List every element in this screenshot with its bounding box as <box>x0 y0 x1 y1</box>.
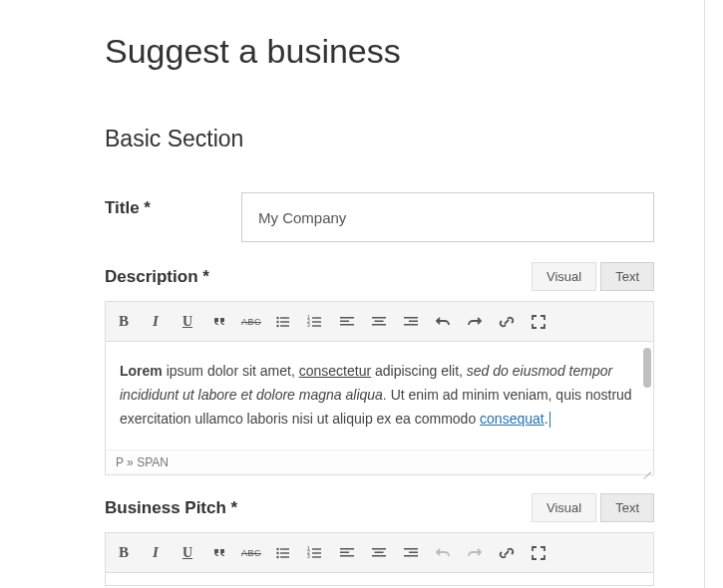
link-icon <box>499 314 515 330</box>
blockquote-button[interactable] <box>209 543 229 563</box>
svg-rect-41 <box>404 555 418 557</box>
unordered-list-button[interactable] <box>273 543 293 563</box>
tab-visual-pitch[interactable]: Visual <box>532 493 596 522</box>
tab-visual[interactable]: Visual <box>532 262 596 291</box>
link-button[interactable] <box>497 312 517 332</box>
align-left-button[interactable] <box>337 543 357 563</box>
redo-button[interactable] <box>465 543 485 563</box>
svg-rect-34 <box>340 551 349 553</box>
underline-button[interactable]: U <box>178 543 197 563</box>
pitch-editor-toolbar: B I U ABC 123 <box>106 533 653 573</box>
svg-rect-39 <box>404 548 418 550</box>
text-cursor <box>549 412 550 428</box>
quote-icon <box>211 314 227 330</box>
align-right-icon <box>403 545 419 561</box>
link-icon <box>499 545 515 561</box>
align-left-button[interactable] <box>337 312 357 332</box>
pitch-label: Business Pitch * <box>105 498 237 518</box>
svg-point-0 <box>276 316 278 318</box>
fullscreen-icon <box>531 545 546 561</box>
editor-content[interactable]: Lorem ipsum dolor sit amet, consectetur … <box>106 342 653 449</box>
align-left-icon <box>339 545 355 561</box>
title-input[interactable] <box>241 192 654 242</box>
align-right-icon <box>403 314 419 330</box>
undo-icon <box>435 314 451 330</box>
fullscreen-icon <box>531 314 546 330</box>
svg-text:3: 3 <box>307 553 310 559</box>
blockquote-button[interactable] <box>209 312 229 332</box>
align-center-icon <box>371 314 387 330</box>
svg-rect-32 <box>312 556 321 557</box>
list-ul-icon <box>275 545 291 561</box>
redo-button[interactable] <box>465 312 485 332</box>
text-plain: adipiscing elit, <box>371 363 467 379</box>
svg-rect-18 <box>404 317 418 319</box>
svg-rect-24 <box>280 552 289 553</box>
svg-rect-17 <box>372 324 386 326</box>
text-plain: . <box>544 411 548 427</box>
italic-button[interactable]: I <box>146 543 166 563</box>
align-right-button[interactable] <box>401 312 421 332</box>
align-center-icon <box>371 545 387 561</box>
svg-rect-35 <box>340 555 354 557</box>
text-bold: Lorem <box>120 363 163 379</box>
svg-rect-40 <box>409 551 418 553</box>
align-center-button[interactable] <box>369 543 389 563</box>
ordered-list-button[interactable]: 123 <box>305 312 325 332</box>
field-title: Title * <box>105 192 654 242</box>
page-title: Suggest a business <box>105 32 654 71</box>
resize-handle[interactable] <box>641 462 651 472</box>
description-editor: B I U ABC 123 <box>105 301 654 475</box>
svg-rect-3 <box>280 321 289 322</box>
svg-rect-22 <box>280 548 289 549</box>
unordered-list-button[interactable] <box>273 312 293 332</box>
align-center-button[interactable] <box>369 312 389 332</box>
fullscreen-button[interactable] <box>529 543 548 563</box>
element-path: P » SPAN <box>116 455 169 469</box>
editor-scrollbar[interactable] <box>643 348 651 388</box>
svg-point-2 <box>276 320 278 322</box>
svg-text:3: 3 <box>307 322 310 328</box>
list-ul-icon <box>275 314 291 330</box>
svg-rect-20 <box>404 324 418 326</box>
redo-icon <box>467 545 483 561</box>
list-ol-icon: 123 <box>307 545 323 561</box>
strikethrough-button[interactable]: ABC <box>241 543 261 563</box>
tab-text-pitch[interactable]: Text <box>600 493 654 522</box>
editor-tabs: Visual Text <box>532 262 654 291</box>
align-left-icon <box>339 314 355 330</box>
bold-button[interactable]: B <box>114 312 134 332</box>
underline-button[interactable]: U <box>178 312 197 332</box>
align-right-button[interactable] <box>401 543 421 563</box>
svg-rect-19 <box>409 320 418 322</box>
svg-point-21 <box>276 547 278 549</box>
strikethrough-button[interactable]: ABC <box>241 312 261 332</box>
undo-button[interactable] <box>433 312 453 332</box>
undo-icon <box>435 545 451 561</box>
ordered-list-button[interactable]: 123 <box>305 543 325 563</box>
svg-point-25 <box>276 555 278 557</box>
svg-rect-30 <box>312 552 321 553</box>
text-link[interactable]: consequat <box>480 411 544 427</box>
text-plain: ipsum dolor sit amet, <box>163 363 299 379</box>
fullscreen-button[interactable] <box>529 312 548 332</box>
svg-rect-13 <box>340 320 349 322</box>
svg-rect-37 <box>375 551 384 553</box>
svg-rect-14 <box>340 324 354 326</box>
svg-point-4 <box>276 324 278 326</box>
undo-button[interactable] <box>433 543 453 563</box>
italic-button[interactable]: I <box>146 312 166 332</box>
editor-status-bar: P » SPAN <box>106 449 653 474</box>
bold-button[interactable]: B <box>114 543 134 563</box>
svg-rect-38 <box>372 555 386 557</box>
section-title: Basic Section <box>105 126 654 152</box>
quote-icon <box>211 545 227 561</box>
redo-icon <box>467 314 483 330</box>
svg-rect-12 <box>340 317 354 319</box>
title-label: Title * <box>105 198 151 217</box>
tab-text[interactable]: Text <box>600 262 654 291</box>
svg-rect-26 <box>280 556 289 557</box>
pitch-editor-content[interactable] <box>106 573 653 585</box>
link-button[interactable] <box>497 543 517 563</box>
list-ol-icon: 123 <box>307 314 323 330</box>
